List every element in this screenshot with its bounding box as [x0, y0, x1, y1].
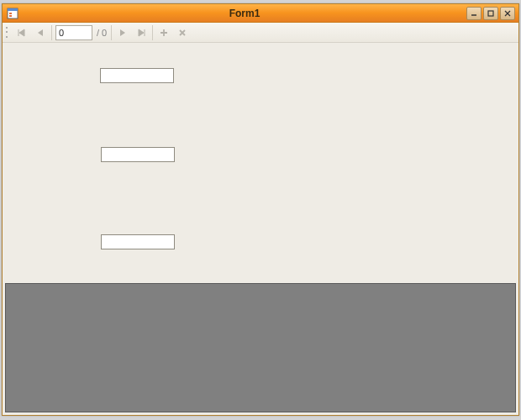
window-controls — [466, 7, 518, 20]
toolbar-separator — [51, 25, 52, 40]
window-title: Form1 — [23, 8, 466, 19]
svg-rect-3 — [9, 15, 12, 17]
toolbar-grip[interactable] — [6, 26, 11, 39]
toolbar-separator — [111, 25, 112, 40]
textbox-3[interactable] — [101, 234, 175, 249]
move-first-button[interactable] — [13, 24, 31, 41]
minimize-button[interactable] — [466, 7, 482, 20]
add-new-button[interactable] — [155, 24, 173, 41]
move-next-button[interactable] — [113, 24, 132, 41]
datagridview[interactable] — [5, 283, 516, 412]
title-bar[interactable]: Form1 — [3, 4, 518, 23]
count-label: / 0 — [94, 28, 109, 38]
maximize-button[interactable] — [483, 7, 498, 20]
svg-rect-1 — [8, 8, 18, 11]
form-window: Form1 / 0 — [2, 3, 519, 416]
client-area — [3, 43, 518, 415]
close-button[interactable] — [500, 7, 515, 20]
svg-rect-2 — [9, 13, 12, 14]
app-icon — [6, 7, 19, 20]
binding-navigator: / 0 — [3, 23, 518, 43]
toolbar-separator — [152, 25, 153, 40]
svg-rect-5 — [488, 11, 493, 16]
textbox-2[interactable] — [101, 147, 175, 162]
move-previous-button[interactable] — [31, 24, 50, 41]
position-textbox[interactable] — [55, 25, 92, 40]
textbox-1[interactable] — [100, 68, 174, 83]
move-last-button[interactable] — [132, 24, 150, 41]
delete-button[interactable] — [173, 24, 192, 41]
